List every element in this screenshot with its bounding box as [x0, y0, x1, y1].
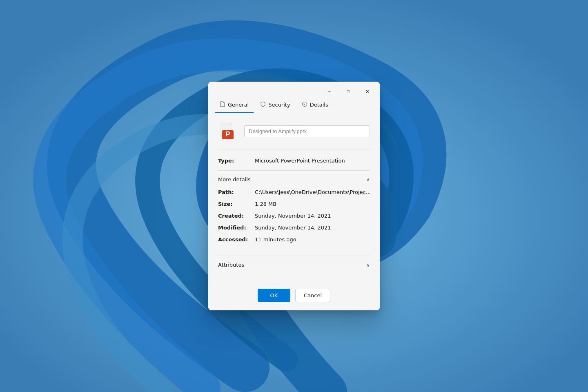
- chevron-up-icon: ∧: [366, 177, 370, 183]
- modified-value: Sunday, November 14, 2021: [255, 225, 370, 231]
- attributes-header[interactable]: Attributes ∨: [218, 262, 370, 268]
- maximize-button[interactable]: □: [339, 85, 358, 98]
- attributes-label: Attributes: [218, 262, 244, 268]
- type-label: Type:: [218, 158, 255, 164]
- properties-dialog: − □ ✕ General Security: [208, 82, 380, 310]
- tab-bar: General Security Details: [208, 98, 380, 113]
- window-controls: − □ ✕: [320, 85, 376, 98]
- size-value: 1.28 MB: [255, 201, 370, 207]
- accessed-row: Accessed: 11 minutes ago: [218, 236, 370, 243]
- created-value: Sunday, November 14, 2021: [255, 213, 370, 219]
- tab-general[interactable]: General: [215, 98, 254, 113]
- accessed-value: 11 minutes ago: [255, 236, 370, 243]
- modified-row: Modified: Sunday, November 14, 2021: [218, 225, 370, 231]
- ok-button[interactable]: OK: [258, 289, 290, 302]
- chevron-down-icon: ∨: [366, 262, 370, 268]
- path-row: Path: C:\Users\Jess\OneDrive\Documents\P…: [218, 189, 370, 195]
- close-button[interactable]: ✕: [358, 85, 376, 98]
- created-label: Created:: [218, 213, 255, 219]
- attributes-section: Attributes ∨: [218, 256, 370, 274]
- file-icon: P: [218, 121, 238, 141]
- tab-details[interactable]: Details: [297, 98, 333, 113]
- path-value: C:\Users\Jess\OneDrive\Documents\Projec.…: [255, 189, 371, 195]
- minimize-button[interactable]: −: [320, 85, 339, 98]
- type-row: Type: Microsoft PowerPoint Presentation: [218, 158, 370, 164]
- dialog-content: P Type: Microsoft PowerPoint Presentatio…: [208, 113, 380, 282]
- path-label: Path:: [218, 189, 255, 195]
- svg-point-3: [304, 103, 305, 103]
- size-row: Size: 1.28 MB: [218, 201, 370, 207]
- tab-security[interactable]: Security: [255, 98, 295, 113]
- size-label: Size:: [218, 201, 255, 207]
- tab-details-label: Details: [310, 102, 328, 108]
- shield-icon: [260, 101, 266, 108]
- modified-label: Modified:: [218, 225, 255, 231]
- created-row: Created: Sunday, November 14, 2021: [218, 213, 370, 219]
- info-icon: [302, 101, 307, 108]
- details-content: Path: C:\Users\Jess\OneDrive\Documents\P…: [218, 183, 370, 250]
- accessed-label: Accessed:: [218, 236, 255, 243]
- more-details-section: More details ∧ Path: C:\Users\Jess\OneDr…: [218, 170, 370, 256]
- more-details-header[interactable]: More details ∧: [218, 176, 370, 183]
- more-details-label: More details: [218, 176, 251, 183]
- document-icon: [220, 101, 225, 108]
- dialog-footer: OK Cancel: [208, 282, 380, 310]
- svg-text:P: P: [226, 131, 230, 138]
- file-row: P: [218, 121, 370, 149]
- type-value: Microsoft PowerPoint Presentation: [255, 158, 370, 164]
- title-bar: − □ ✕: [208, 82, 380, 98]
- cancel-button[interactable]: Cancel: [295, 289, 330, 302]
- file-name-input[interactable]: [244, 125, 370, 137]
- tab-security-label: Security: [268, 102, 290, 108]
- tab-general-label: General: [228, 102, 249, 108]
